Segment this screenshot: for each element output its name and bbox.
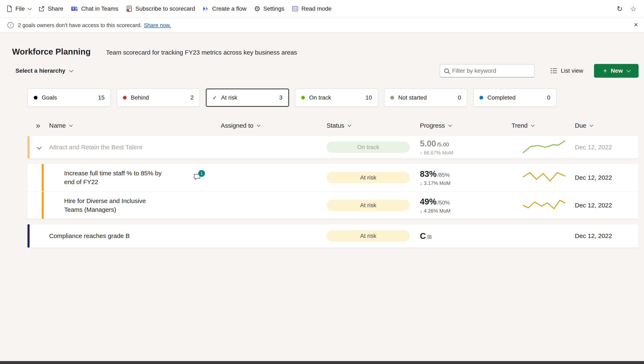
column-header-progress[interactable]: Progress bbox=[420, 122, 512, 129]
title-row: Workforce Planning Team scorecard for tr… bbox=[12, 47, 638, 56]
file-menu[interactable]: File bbox=[2, 3, 34, 14]
hierarchy-selector[interactable]: Select a hierarchy bbox=[16, 68, 72, 74]
teams-icon bbox=[71, 6, 78, 12]
on-track-dot-icon bbox=[301, 96, 305, 100]
command-bar: File Share Chat in Teams Subscribe to sc… bbox=[0, 0, 644, 18]
column-label: Due bbox=[575, 122, 586, 129]
chip-count: 0 bbox=[458, 94, 461, 101]
share-button[interactable]: Share bbox=[34, 3, 67, 14]
goal-card-compliance: Compliance reaches grade B At risk C/B D… bbox=[28, 224, 638, 248]
collapse-caret-icon[interactable] bbox=[37, 145, 42, 150]
goal-name-cell[interactable]: Compliance reaches grade B bbox=[49, 224, 221, 248]
create-flow-button[interactable]: Create a flow bbox=[199, 3, 250, 14]
table-row[interactable]: Increase full time staff % to 85% by end… bbox=[28, 164, 638, 191]
status-badge: At risk bbox=[326, 230, 410, 242]
chat-in-teams-button[interactable]: Chat in Teams bbox=[67, 3, 122, 14]
refresh-icon[interactable]: ↻ bbox=[617, 5, 623, 12]
table-row[interactable]: Hire for Diverse and Inclusive Teams (Ma… bbox=[28, 191, 638, 219]
chat-in-teams-label: Chat in Teams bbox=[81, 6, 118, 12]
goal-accent-bar bbox=[42, 164, 44, 191]
settings-label: Settings bbox=[263, 6, 284, 12]
goal-name-cell[interactable]: Increase full time staff % to 85% by end… bbox=[49, 164, 221, 191]
read-mode-label: Read mode bbox=[302, 6, 332, 12]
share-label: Share bbox=[48, 6, 63, 12]
favorite-star-icon[interactable]: ☆ bbox=[630, 5, 636, 12]
info-icon: i bbox=[8, 22, 14, 28]
column-header-assigned[interactable]: Assigned to bbox=[221, 122, 326, 129]
controls-right: List view + New bbox=[440, 64, 638, 78]
chevron-down-icon bbox=[348, 123, 351, 127]
check-icon: ✓ bbox=[212, 94, 217, 101]
bottom-scrollbar[interactable] bbox=[0, 361, 644, 364]
progress-target: /50% bbox=[438, 200, 450, 206]
comment-count-badge: 1 bbox=[198, 170, 205, 177]
expand-cell bbox=[28, 146, 49, 149]
filter-chip-completed[interactable]: Completed 0 bbox=[473, 88, 556, 107]
list-view-label: List view bbox=[561, 68, 583, 74]
table-row[interactable]: Compliance reaches grade B At risk C/B D… bbox=[28, 224, 638, 248]
notification-message: 2 goals owners don't have access to this… bbox=[18, 22, 142, 28]
subscribe-icon bbox=[126, 6, 132, 12]
goal-name-cell[interactable]: Attract and Retain the Best Talent bbox=[49, 136, 221, 158]
column-header-trend[interactable]: Trend bbox=[512, 122, 575, 129]
column-header-name[interactable]: Name bbox=[49, 122, 221, 129]
sparkline-path bbox=[523, 173, 565, 181]
expand-all-icon[interactable]: » bbox=[28, 121, 49, 130]
column-label: Progress bbox=[420, 122, 445, 129]
keyword-filter bbox=[440, 64, 535, 78]
filter-chip-on-track[interactable]: On track 10 bbox=[295, 88, 378, 107]
progress-delta: ↑ 66.67% MoM bbox=[420, 150, 512, 156]
read-mode-icon bbox=[292, 6, 298, 12]
subscribe-label: Subscribe to scorecard bbox=[136, 6, 195, 12]
list-view-toggle[interactable]: List view bbox=[550, 68, 583, 74]
behind-dot-icon bbox=[123, 96, 127, 100]
progress-value: C bbox=[420, 231, 426, 240]
trend-cell bbox=[512, 170, 575, 185]
progress-value: 49% bbox=[420, 197, 436, 206]
status-badge: At risk bbox=[326, 200, 410, 211]
hierarchy-label: Select a hierarchy bbox=[16, 68, 66, 74]
status-filter-chips: Goals 15 Behind 2 ✓ At risk 3 On track 1… bbox=[28, 88, 638, 107]
chevron-down-icon bbox=[626, 68, 631, 72]
chevron-down-icon bbox=[28, 6, 32, 10]
filter-chip-behind[interactable]: Behind 2 bbox=[117, 88, 200, 107]
command-bar-items: File Share Chat in Teams Subscribe to sc… bbox=[2, 3, 335, 15]
trend-cell bbox=[512, 140, 575, 155]
progress-target: /B bbox=[427, 234, 432, 240]
goals-dot-icon bbox=[34, 96, 38, 100]
settings-button[interactable]: ⚙ Settings bbox=[250, 3, 288, 15]
viva-goals-scorecard-app: File Share Chat in Teams Subscribe to sc… bbox=[0, 0, 644, 364]
filter-chip-goals[interactable]: Goals 15 bbox=[28, 88, 111, 107]
progress-target: /5.00 bbox=[437, 142, 449, 148]
subscribe-button[interactable]: Subscribe to scorecard bbox=[122, 3, 199, 14]
status-cell: On track bbox=[326, 142, 420, 153]
new-button[interactable]: + New bbox=[594, 64, 638, 78]
goal-name: Attract and Retain the Best Talent bbox=[49, 143, 221, 152]
sparkline-path bbox=[523, 200, 565, 209]
goals-table: » Name Assigned to Status Progress Trend… bbox=[28, 115, 638, 248]
goal-name-line1: Hire for Diverse and Inclusive bbox=[64, 196, 221, 205]
trend-sparkline bbox=[522, 170, 566, 185]
chevron-down-icon bbox=[448, 123, 452, 127]
file-icon bbox=[6, 6, 12, 12]
close-icon[interactable]: ✕ bbox=[634, 22, 638, 28]
share-now-link[interactable]: Share now. bbox=[144, 22, 171, 28]
chevron-down-icon bbox=[69, 123, 73, 127]
column-header-status[interactable]: Status bbox=[326, 122, 420, 129]
filter-chip-not-started[interactable]: Not started 0 bbox=[384, 88, 468, 107]
due-date: Dec 12, 2022 bbox=[575, 174, 638, 181]
trend-sparkline bbox=[522, 198, 566, 213]
progress-value: 5.00 bbox=[420, 139, 436, 148]
new-button-label: New bbox=[611, 68, 623, 74]
goal-name-cell[interactable]: Hire for Diverse and Inclusive Teams (Ma… bbox=[49, 192, 221, 219]
column-header-due[interactable]: Due bbox=[575, 122, 638, 129]
read-mode-button[interactable]: Read mode bbox=[288, 3, 335, 14]
table-row[interactable]: Attract and Retain the Best Talent On tr… bbox=[28, 136, 638, 158]
gear-icon: ⚙ bbox=[254, 5, 260, 12]
chip-label: Behind bbox=[131, 94, 149, 101]
comments-indicator[interactable]: 1 bbox=[193, 174, 202, 184]
controls-row: Select a hierarchy List view + New bbox=[12, 64, 638, 78]
progress-delta: ↓ 4.26% MoM bbox=[420, 208, 512, 214]
filter-input[interactable] bbox=[452, 68, 530, 74]
filter-chip-at-risk[interactable]: ✓ At risk 3 bbox=[206, 88, 289, 107]
